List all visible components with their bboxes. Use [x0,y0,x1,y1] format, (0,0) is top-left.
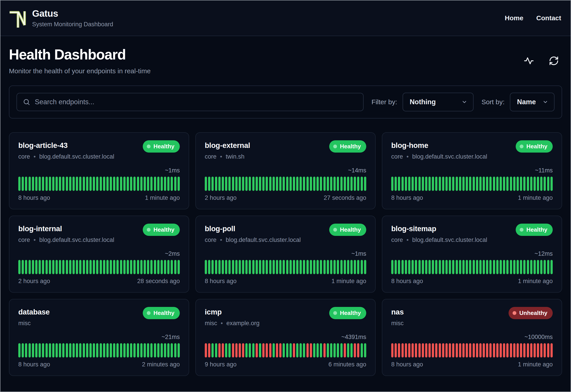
history-bar-up[interactable] [398,177,400,191]
history-bar-up[interactable] [52,260,54,274]
history-bar-down[interactable] [473,343,475,357]
endpoint-card[interactable]: blog-sitemap core • blog.default.svc.clu… [382,216,562,293]
history-bar-up[interactable] [79,260,81,274]
history-bar-up[interactable] [520,260,522,274]
history-bar-up[interactable] [90,177,92,191]
history-bar-up[interactable] [164,177,166,191]
history-bar-up[interactable] [178,177,180,191]
history-bar-up[interactable] [218,260,221,274]
history-bar-up[interactable] [330,260,332,274]
history-bar-up[interactable] [466,177,468,191]
history-bar-up[interactable] [469,177,471,191]
history-bar-up[interactable] [45,260,48,274]
history-bar-up[interactable] [137,343,139,357]
history-bar-down[interactable] [445,343,448,357]
history-bar-up[interactable] [320,343,322,357]
history-bar-up[interactable] [157,177,160,191]
history-bar-up[interactable] [506,260,509,274]
history-bar-up[interactable] [266,260,268,274]
history-bar-up[interactable] [252,177,255,191]
history-bar-down[interactable] [419,343,421,357]
history-bar-down[interactable] [520,343,522,357]
endpoint-card[interactable]: blog-poll core • blog.default.svc.cluste… [195,216,376,293]
history-bar-up[interactable] [503,260,505,274]
history-bar-up[interactable] [42,343,44,357]
history-bar-up[interactable] [150,177,152,191]
history-bar-up[interactable] [76,343,78,357]
history-bar-down[interactable] [469,343,471,357]
history-bar-up[interactable] [500,177,502,191]
history-bar-down[interactable] [428,343,431,357]
history-bar-up[interactable] [510,177,512,191]
history-bar-up[interactable] [442,177,444,191]
history-bar-up[interactable] [551,177,553,191]
history-bar-up[interactable] [289,260,292,274]
history-bar-up[interactable] [479,177,481,191]
history-bar-up[interactable] [110,177,112,191]
history-bar-up[interactable] [483,260,485,274]
history-bar-up[interactable] [225,260,227,274]
history-bar-up[interactable] [361,260,363,274]
history-bar-up[interactable] [276,260,278,274]
history-bar-up[interactable] [39,177,41,191]
history-bar-up[interactable] [100,260,102,274]
history-bar-up[interactable] [425,177,427,191]
history-bar-down[interactable] [493,343,495,357]
history-bar-down[interactable] [479,343,481,357]
history-bar-up[interactable] [479,260,481,274]
history-bar-down[interactable] [551,343,553,357]
history-bar-up[interactable] [517,177,519,191]
history-bar-up[interactable] [249,177,251,191]
history-bar-up[interactable] [18,177,20,191]
history-bar-up[interactable] [428,260,431,274]
history-bar-up[interactable] [171,177,173,191]
history-bar-up[interactable] [147,177,149,191]
history-bar-down[interactable] [513,343,515,357]
history-bar-up[interactable] [79,343,81,357]
history-bar-up[interactable] [215,177,217,191]
history-bar-up[interactable] [310,177,312,191]
endpoint-card[interactable]: icmp misc • example.org Healthy ~4391ms … [195,299,376,376]
history-bar-up[interactable] [289,177,292,191]
history-bar-up[interactable] [22,260,24,274]
endpoint-card[interactable]: nas misc Unhealthy ~10000ms 8 hours ago … [382,299,562,376]
history-bar-up[interactable] [133,177,135,191]
history-bar-up[interactable] [93,260,95,274]
history-bar-up[interactable] [354,260,356,274]
nav-link-contact[interactable]: Contact [536,14,561,22]
history-bar-up[interactable] [25,343,27,357]
history-bar-down[interactable] [269,343,271,357]
sort-select[interactable]: Name [510,93,555,111]
history-bar-up[interactable] [127,177,129,191]
history-bar-up[interactable] [323,260,326,274]
history-bar-up[interactable] [83,343,85,357]
history-bar-up[interactable] [415,177,417,191]
history-bar-up[interactable] [76,260,78,274]
history-bar-up[interactable] [96,260,98,274]
history-bar-up[interactable] [449,177,451,191]
history-bar-up[interactable] [164,343,166,357]
history-bar-up[interactable] [239,260,241,274]
history-bar-up[interactable] [211,260,214,274]
history-bar-down[interactable] [402,343,404,357]
history-bar-up[interactable] [316,260,319,274]
history-bar-up[interactable] [100,343,102,357]
history-bar-up[interactable] [59,177,61,191]
history-bar-up[interactable] [350,260,353,274]
history-bar-up[interactable] [215,343,217,357]
history-bar-up[interactable] [551,260,553,274]
history-bar-up[interactable] [425,260,427,274]
history-bar-up[interactable] [405,177,407,191]
history-bar-up[interactable] [18,343,20,357]
history-bar-up[interactable] [29,177,31,191]
history-bar-up[interactable] [259,177,261,191]
history-bar-up[interactable] [462,260,465,274]
history-bar-up[interactable] [350,343,353,357]
history-bar-down[interactable] [279,343,282,357]
history-bar-up[interactable] [167,343,169,357]
history-bar-up[interactable] [340,177,343,191]
history-bar-down[interactable] [540,343,542,357]
history-bar-up[interactable] [537,260,539,274]
history-bar-up[interactable] [154,177,156,191]
history-bar-up[interactable] [306,260,309,274]
